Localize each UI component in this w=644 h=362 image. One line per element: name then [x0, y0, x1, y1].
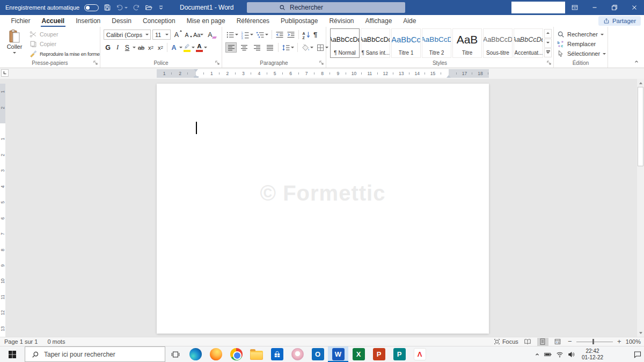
style-emphasis[interactable]: AaBbCcDdAccentuat...: [514, 28, 543, 58]
bullets-button[interactable]: [225, 29, 239, 40]
account-area[interactable]: [511, 2, 565, 13]
read-mode-button[interactable]: [522, 338, 533, 346]
wifi-icon[interactable]: [556, 351, 564, 358]
styles-scroll-down-button[interactable]: [544, 39, 552, 48]
highlight-button[interactable]: [184, 43, 191, 52]
tab-accueil[interactable]: Accueil: [36, 15, 70, 27]
right-indent-marker[interactable]: [447, 73, 451, 78]
vertical-scrollbar[interactable]: [637, 79, 644, 337]
word-count[interactable]: 0 mots: [47, 338, 65, 345]
taskbar-app-store[interactable]: [267, 346, 287, 362]
tab-fichier[interactable]: Fichier: [5, 15, 36, 27]
horizontal-ruler[interactable]: 211234567891011121314151718: [157, 69, 489, 78]
style-heading2[interactable]: AaBbCcDTitre 2: [422, 28, 451, 58]
underline-dropdown-icon[interactable]: [133, 47, 136, 50]
share-button[interactable]: Partager: [598, 16, 641, 26]
scrollbar-down-button[interactable]: [637, 329, 644, 336]
task-view-button[interactable]: [165, 346, 185, 362]
underline-button[interactable]: S: [123, 42, 131, 53]
volume-icon[interactable]: [568, 351, 575, 358]
font-color-button[interactable]: A: [196, 43, 203, 52]
undo-icon[interactable]: [116, 4, 123, 11]
taskbar-app-paint[interactable]: [287, 346, 308, 362]
tab-stop-selector[interactable]: [1, 69, 9, 77]
close-button[interactable]: [624, 0, 644, 15]
taskbar-app-acrobat[interactable]: Λ: [409, 346, 430, 362]
collapse-ribbon-button[interactable]: [634, 59, 639, 64]
taskbar-app-publisher[interactable]: P: [389, 346, 409, 362]
subscript-button[interactable]: x2: [147, 42, 155, 53]
web-layout-button[interactable]: [552, 338, 564, 346]
font-color-dropdown-icon[interactable]: [204, 47, 207, 50]
show-hide-marks-button[interactable]: ¶: [313, 29, 318, 40]
cut-button[interactable]: Couper: [30, 31, 58, 38]
print-layout-button[interactable]: [537, 338, 548, 346]
taskbar-search-box[interactable]: Taper ici pour rechercher: [25, 346, 165, 362]
tab-dessin[interactable]: Dessin: [106, 15, 137, 27]
styles-dialog-launcher[interactable]: [546, 60, 552, 66]
ribbon-display-options-button[interactable]: [565, 0, 584, 15]
taskbar-app-edge[interactable]: [185, 346, 206, 362]
zoom-slider[interactable]: [576, 342, 613, 342]
bold-button[interactable]: G: [104, 42, 112, 53]
battery-icon[interactable]: [544, 351, 552, 358]
action-center-icon[interactable]: [633, 350, 642, 359]
decrease-indent-button[interactable]: [275, 29, 284, 40]
zoom-in-button[interactable]: +: [617, 338, 622, 345]
styles-more-button[interactable]: [544, 48, 552, 57]
font-size-combo[interactable]: 11: [152, 29, 171, 40]
highlight-dropdown-icon[interactable]: [192, 47, 195, 50]
document-page[interactable]: © Formettic: [157, 84, 489, 334]
tab-affichage[interactable]: Affichage: [360, 15, 398, 27]
redo-icon[interactable]: [133, 4, 140, 11]
strikethrough-button[interactable]: ab: [137, 42, 145, 53]
taskbar-app-explorer[interactable]: [246, 346, 267, 362]
superscript-button[interactable]: x2: [156, 42, 165, 53]
replace-button[interactable]: bc Remplacer: [557, 40, 596, 48]
title-search-box[interactable]: Rechercher: [247, 2, 405, 13]
zoom-out-button[interactable]: −: [567, 338, 573, 345]
style-title[interactable]: AaBTitre: [452, 28, 482, 58]
style-heading1[interactable]: AaBbCcTitre 1: [391, 28, 421, 58]
grow-font-button[interactable]: A: [172, 29, 181, 40]
shrink-font-button[interactable]: A: [182, 29, 191, 40]
justify-button[interactable]: [264, 42, 275, 53]
tab-insertion[interactable]: Insertion: [70, 15, 106, 27]
tab-conception[interactable]: Conception: [137, 15, 181, 27]
italic-button[interactable]: I: [113, 42, 122, 53]
undo-dropdown-icon[interactable]: [125, 7, 128, 10]
save-icon[interactable]: [104, 4, 111, 11]
scrollbar-up-button[interactable]: [637, 79, 644, 86]
focus-button[interactable]: Focus: [494, 338, 518, 345]
customize-qat-icon[interactable]: [157, 4, 165, 11]
tray-expand-icon[interactable]: [535, 352, 540, 357]
taskbar-app-firefox[interactable]: [206, 346, 226, 362]
tab-références[interactable]: Références: [231, 15, 275, 27]
scrollbar-thumb[interactable]: [638, 87, 643, 166]
align-center-button[interactable]: [238, 42, 250, 53]
multilevel-list-button[interactable]: [255, 29, 269, 40]
font-family-combo[interactable]: Calibri (Corps: [104, 29, 151, 40]
styles-scroll-up-button[interactable]: [544, 29, 552, 38]
taskbar-app-chrome[interactable]: [226, 346, 246, 362]
style-normal[interactable]: AaBbCcDd¶ Normal: [330, 28, 360, 58]
align-left-button[interactable]: [225, 42, 237, 53]
line-spacing-button[interactable]: [281, 42, 295, 53]
tab-mise-en-page[interactable]: Mise en page: [181, 15, 231, 27]
select-button[interactable]: Sélectionner: [557, 50, 606, 57]
taskbar-app-excel[interactable]: X: [348, 346, 369, 362]
tab-révision[interactable]: Révision: [324, 15, 360, 27]
copy-button[interactable]: Copier: [30, 40, 56, 48]
taskbar-app-powerpoint[interactable]: P: [369, 346, 389, 362]
clipboard-dialog-launcher[interactable]: [92, 60, 99, 66]
zoom-slider-thumb[interactable]: [592, 339, 594, 344]
style-no-spacing[interactable]: AaBbCcDd¶ Sans int...: [361, 28, 390, 58]
paste-dropdown-icon[interactable]: [13, 52, 16, 55]
autosave-toggle[interactable]: [84, 4, 99, 11]
clear-formatting-button[interactable]: A: [206, 29, 214, 40]
align-right-button[interactable]: [251, 42, 262, 53]
paragraph-dialog-launcher[interactable]: [318, 60, 325, 66]
text-effects-button[interactable]: A: [170, 42, 178, 53]
text-effects-dropdown-icon[interactable]: [179, 47, 182, 50]
taskbar-clock[interactable]: 22:42 01-12-22: [580, 348, 605, 361]
